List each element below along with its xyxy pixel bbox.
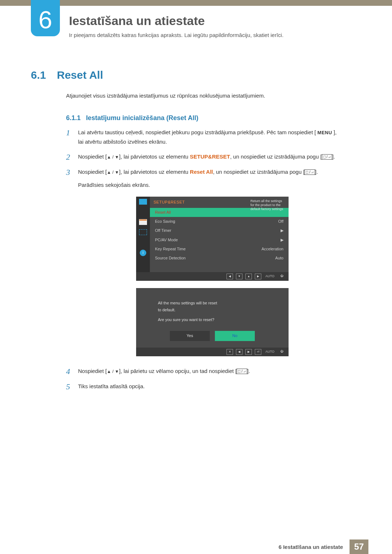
osd-item-label: Eco Saving [155, 218, 175, 225]
step-text: Nospiediet [ [78, 169, 107, 175]
step-text: Nospiediet [ [78, 368, 107, 374]
osd-tooltip: Return all the settings for the product … [249, 198, 287, 213]
step-body: Nospiediet [▲ / ▼], lai pārvietotos uz e… [78, 167, 342, 361]
page-footer: 6 Iestatīšana un atiestate 57 [0, 539, 392, 554]
step-text: Lai atvērtu taustiņu ceļvedi, nospiediet… [78, 129, 316, 135]
osd-main: Return all the settings for the product … [150, 197, 289, 272]
ok-enter-icon: ⎕ / ⏎ [322, 154, 332, 160]
nav-left-icon[interactable]: ◀ [236, 349, 242, 355]
step-body: Lai atvērtu taustiņu ceļvedi, nospiediet… [78, 128, 342, 147]
step-3: 3 Nospiediet [▲ / ▼], lai pārvietotos uz… [66, 167, 342, 361]
step-text: ]. [315, 169, 318, 175]
step-body: Nospiediet [▲ / ▼], lai pārvietotos uz e… [78, 152, 342, 163]
step-number: 3 [66, 167, 73, 361]
nav-auto[interactable]: AUTO [264, 274, 275, 279]
step-number: 5 [66, 382, 73, 392]
step-text: ], lai pārietu uz vēlamo opciju, un tad … [119, 368, 237, 374]
up-down-icon: ▲ / ▼ [107, 170, 119, 175]
subsection-number: 6.1.1 [66, 114, 81, 122]
nav-left-icon[interactable]: ◀ [226, 274, 233, 279]
step-text: ], lai pārvietotos uz elementu [119, 169, 190, 175]
osd-item-source-detection[interactable]: Source Detection Auto [150, 254, 289, 263]
step-caption: Parādīsies sekojošais ekrāns. [78, 180, 342, 190]
emphasis-setup-reset: SETUP&RESET [190, 153, 230, 160]
dialog-buttons: Yes No [136, 331, 289, 347]
osd-item-label: PC/AV Mode [155, 237, 178, 243]
tooltip-line: for the product to the [250, 203, 286, 207]
osd-item-label: Key Repeat Time [155, 246, 185, 253]
osd-menu-figure: i Return all the settings for the produc… [136, 197, 289, 281]
steps-list: 1 Lai atvērtu taustiņu ceļvedi, nospiedi… [66, 128, 342, 397]
step-1: 1 Lai atvērtu taustiņu ceļvedi, nospiedi… [66, 128, 342, 147]
monitor-icon [139, 199, 147, 205]
ok-enter-icon: ⎕ / ⏎ [305, 169, 315, 175]
osd-item-value: ▶ [281, 227, 283, 234]
osd-menu: i Return all the settings for the produc… [136, 197, 289, 272]
osd-item-value: ▶ [281, 237, 283, 243]
osd-sidebar: i [136, 197, 150, 272]
step-number: 1 [66, 128, 73, 147]
step-text: ]. [247, 368, 250, 374]
chapter-description: Ir pieejams detalizēts katras funkcijas … [69, 32, 283, 38]
dialog-line: to default. [158, 307, 274, 313]
menu-label: MENU [318, 130, 332, 135]
step-text: , un nospiediet uz izstrādājuma pogu [ [213, 169, 305, 175]
subsection-title: Iestatījumu inicializēšana (Reset All) [86, 114, 198, 122]
section-heading: 6.1 Reset All [31, 69, 103, 81]
nav-enter-icon[interactable]: ⏎ [255, 349, 261, 355]
step-text: ]. [332, 153, 335, 160]
osd-nav-bar: ◀ ▼ ▲ ▶ AUTO ⏻ [136, 272, 289, 281]
step-number: 2 [66, 152, 73, 163]
subsection-heading: 6.1.1 Iestatījumu inicializēšana (Reset … [66, 114, 199, 122]
osd-item-pc-av-mode[interactable]: PC/AV Mode ▶ [150, 235, 289, 245]
dialog-line: All the menu settings will be reset [158, 300, 274, 307]
osd-item-eco-saving[interactable]: Eco Saving Off [150, 217, 289, 226]
osd-item-label: Source Detection [155, 255, 185, 262]
ok-enter-icon: ⎕ / ⏎ [237, 369, 247, 374]
nav-down-icon[interactable]: ▼ [236, 274, 242, 279]
step-text: , un nospiediet uz izstrādājuma pogu [ [230, 153, 322, 160]
page-number: 57 [350, 539, 368, 554]
step-body: Tiks iestatīta atlasītā opcija. [78, 382, 342, 392]
power-icon[interactable]: ⏻ [278, 349, 285, 355]
up-down-icon: ▲ / ▼ [107, 369, 119, 374]
osd-item-value: Off [278, 218, 283, 225]
no-button[interactable]: No [215, 331, 255, 341]
power-icon[interactable]: ⏻ [278, 274, 285, 279]
step-body: Nospiediet [▲ / ▼], lai pārietu uz vēlam… [78, 366, 342, 377]
info-icon: i [140, 250, 146, 256]
chapter-title: Iestatīšana un atiestate [69, 14, 205, 28]
osd-item-label: Off Timer [155, 227, 171, 234]
tooltip-line: default factory settings [250, 207, 286, 211]
dialog-body: All the menu settings will be reset to d… [136, 292, 289, 331]
osd-item-value: Auto [275, 255, 283, 262]
nav-right-icon[interactable]: ▶ [255, 274, 261, 279]
step-4: 4 Nospiediet [▲ / ▼], lai pārietu uz vēl… [66, 366, 342, 377]
nav-up-icon[interactable]: ▲ [245, 274, 252, 279]
emphasis-reset-all: Reset All [190, 169, 213, 175]
osd-item-key-repeat[interactable]: Key Repeat Time Acceleration [150, 245, 289, 254]
section-number: 6.1 [31, 69, 46, 81]
osd-item-value: Acceleration [261, 246, 283, 253]
footer-text: 6 Iestatīšana un atiestate [278, 544, 343, 550]
osd-confirm-dialog: All the menu settings will be reset to d… [136, 288, 289, 356]
step-number: 4 [66, 366, 73, 377]
chapter-badge: 6 [31, 0, 60, 36]
tooltip-line: Return all the settings [250, 199, 286, 203]
osd-item-off-timer[interactable]: Off Timer ▶ [150, 226, 289, 235]
section-title: Reset All [57, 69, 103, 81]
step-text: ], lai pārvietotos uz elementu [119, 153, 190, 160]
resize-icon [139, 229, 147, 235]
window-icon [139, 219, 147, 225]
osd-item-label: Reset All [155, 209, 171, 216]
dialog-nav-bar: ✕ ◀ ▶ ⏎ AUTO ⏻ [136, 348, 289, 356]
nav-close-icon[interactable]: ✕ [226, 349, 233, 355]
nav-auto[interactable]: AUTO [264, 349, 275, 355]
nav-right-icon[interactable]: ▶ [245, 349, 252, 355]
step-text: Nospiediet [ [78, 153, 107, 160]
yes-button[interactable]: Yes [170, 331, 210, 341]
step-5: 5 Tiks iestatīta atlasītā opcija. [66, 382, 342, 392]
dialog-line: Are you sure you want to reset? [158, 316, 274, 323]
section-description: Atjaunojiet visus izstrādājuma iestatīju… [66, 93, 265, 99]
up-down-icon: ▲ / ▼ [107, 155, 119, 160]
